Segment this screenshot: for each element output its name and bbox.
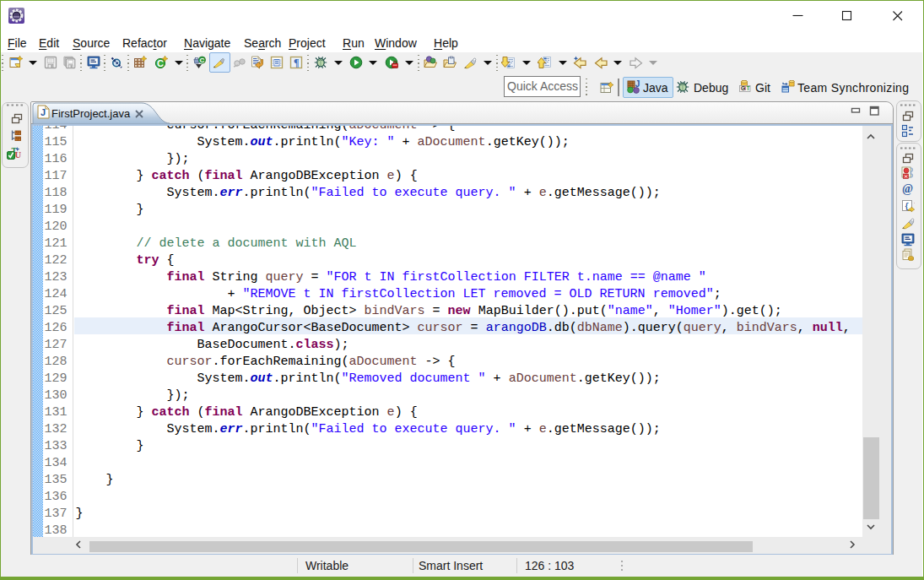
- svg-text:U: U: [15, 150, 22, 160]
- svg-text:¶: ¶: [294, 57, 299, 68]
- svg-text:C: C: [157, 58, 164, 68]
- svg-text:T: T: [746, 85, 749, 91]
- svg-text:J: J: [41, 107, 46, 117]
- svg-text:J: J: [635, 80, 640, 89]
- svg-text:C: C: [200, 57, 205, 64]
